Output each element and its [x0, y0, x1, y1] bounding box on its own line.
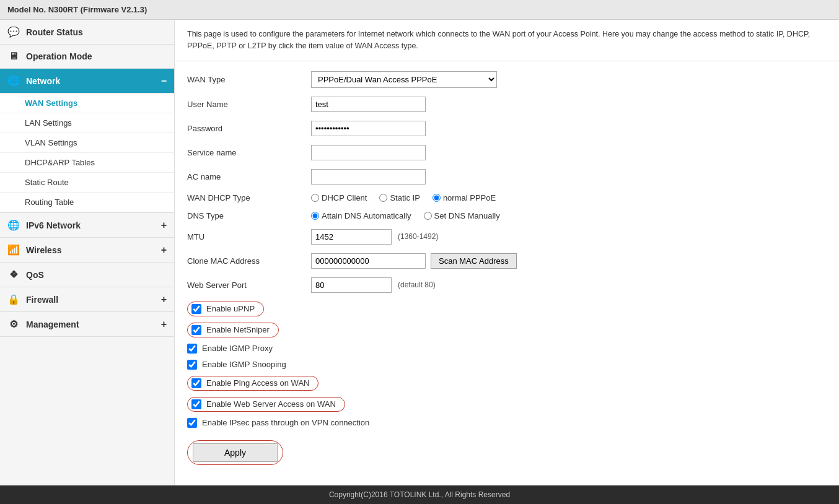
attain-dns-radio-label[interactable]: Attain DNS Automatically: [311, 211, 411, 220]
router-status-icon: 💬: [7, 26, 20, 38]
web-port-inputs: (default 80): [311, 277, 436, 293]
wan-type-select[interactable]: PPPoE/Dual Wan Access PPPoE Static IP DH…: [311, 71, 497, 88]
dhcp-client-radio-label[interactable]: DHCP Client: [311, 193, 367, 202]
network-expand-icon: −: [161, 76, 167, 87]
ipsec-checkbox[interactable]: [187, 418, 197, 428]
footer-text: Copyright(C)2016 TOTOLINK Ltd., All Righ…: [329, 490, 510, 499]
dhcp-client-radio[interactable]: [311, 194, 319, 202]
set-dns-radio[interactable]: [424, 212, 432, 220]
sidebar-item-ipv6[interactable]: 🌐 IPv6 Network +: [0, 213, 174, 238]
sidebar-label-network: Network: [26, 76, 60, 86]
lan-settings-label: LAN Settings: [25, 118, 72, 128]
normal-pppoe-radio-text: normal PPPoE: [443, 193, 496, 202]
normal-pppoe-radio-label[interactable]: normal PPPoE: [433, 193, 496, 202]
apply-button[interactable]: Apply: [193, 443, 278, 462]
sidebar-item-qos[interactable]: ❖ QoS: [0, 263, 174, 287]
sidebar-sub-network: WAN Settings LAN Settings VLAN Settings …: [0, 93, 174, 213]
attain-dns-radio[interactable]: [311, 212, 319, 220]
username-input[interactable]: [311, 97, 426, 112]
sidebar-sub-item-dhcp-arp[interactable]: DHCP&ARP Tables: [0, 153, 174, 173]
wan-settings-label: WAN Settings: [25, 98, 77, 108]
ipv6-icon: 🌐: [7, 219, 20, 231]
netsniper-checkbox[interactable]: [191, 325, 201, 335]
igmp-snooping-checkbox[interactable]: [187, 360, 197, 370]
ac-name-input[interactable]: [311, 169, 426, 185]
sidebar-sub-item-wan-settings[interactable]: WAN Settings: [0, 93, 174, 113]
netsniper-label: Enable NetSniper: [206, 325, 270, 334]
username-row: User Name: [187, 97, 827, 112]
mtu-input[interactable]: [311, 229, 392, 245]
ping-wan-checkbox[interactable]: [191, 378, 201, 388]
web-server-port-label: Web Server Port: [187, 280, 311, 290]
upnp-checkbox[interactable]: [191, 304, 201, 314]
username-label: User Name: [187, 100, 311, 109]
apply-btn-wrapper: Apply: [187, 440, 827, 465]
routing-table-label: Routing Table: [25, 198, 74, 207]
checkbox-row-web-wan: Enable Web Server Access on WAN: [187, 397, 827, 412]
description-box: This page is used to configure the param…: [175, 20, 839, 61]
sidebar-item-management[interactable]: ⚙ Management +: [0, 312, 174, 337]
sidebar-sub-item-vlan-settings[interactable]: VLAN Settings: [0, 133, 174, 153]
dns-radio-group: Attain DNS Automatically Set DNS Manuall…: [311, 211, 500, 220]
model-title: Model No. N300RT (Firmware V2.1.3): [7, 5, 147, 14]
web-wan-checkbox[interactable]: [191, 399, 201, 409]
sidebar-label-wireless: Wireless: [26, 245, 61, 255]
wireless-icon: 📶: [7, 244, 20, 256]
service-name-label: Service name: [187, 148, 311, 157]
sidebar-sub-item-lan-settings[interactable]: LAN Settings: [0, 113, 174, 133]
dns-type-label: DNS Type: [187, 211, 311, 220]
sidebar-item-network[interactable]: 🌐 Network −: [0, 69, 174, 93]
static-ip-radio-text: Static IP: [390, 193, 420, 202]
mtu-hint: (1360-1492): [398, 232, 438, 241]
sidebar-sub-item-routing-table[interactable]: Routing Table: [0, 193, 174, 212]
wan-type-label: WAN Type: [187, 75, 311, 84]
ipsec-label: Enable IPsec pass through on VPN connect…: [202, 418, 369, 427]
set-dns-radio-label[interactable]: Set DNS Manually: [424, 211, 500, 220]
dhcp-client-radio-text: DHCP Client: [322, 193, 367, 202]
password-row: Password: [187, 121, 827, 136]
static-ip-radio[interactable]: [379, 194, 387, 202]
checkbox-group: Enable uPNP Enable NetSniper Enable IGMP…: [187, 302, 827, 428]
description-text: This page is used to configure the param…: [187, 30, 810, 50]
clone-mac-input[interactable]: [311, 253, 426, 269]
static-ip-radio-label[interactable]: Static IP: [379, 193, 420, 202]
mtu-label: MTU: [187, 232, 311, 241]
operation-mode-icon: 🖥: [7, 51, 20, 62]
content-area: This page is used to configure the param…: [175, 20, 839, 485]
checkbox-row-igmp-snooping: Enable IGMP Snooping: [187, 360, 827, 370]
sidebar-item-operation-mode[interactable]: 🖥 Operation Mode: [0, 45, 174, 69]
clone-mac-label: Clone MAC Address: [187, 256, 311, 266]
scan-mac-button[interactable]: Scan MAC Address: [431, 253, 517, 269]
igmp-proxy-label: Enable IGMP Proxy: [202, 344, 273, 353]
sidebar-sub-item-static-route[interactable]: Static Route: [0, 173, 174, 193]
web-server-port-row: Web Server Port (default 80): [187, 277, 827, 293]
mtu-inputs: (1360-1492): [311, 229, 438, 245]
normal-pppoe-radio[interactable]: [433, 194, 441, 202]
set-dns-radio-text: Set DNS Manually: [434, 211, 500, 220]
attain-dns-radio-text: Attain DNS Automatically: [322, 211, 411, 220]
sidebar: 💬 Router Status 🖥 Operation Mode 🌐 Netwo…: [0, 20, 175, 485]
top-bar: Model No. N300RT (Firmware V2.1.3): [0, 0, 839, 20]
password-input[interactable]: [311, 121, 426, 136]
clone-mac-inputs: Scan MAC Address: [311, 253, 517, 269]
wan-type-row: WAN Type PPPoE/Dual Wan Access PPPoE Sta…: [187, 71, 827, 88]
network-icon: 🌐: [7, 75, 20, 87]
ac-name-label: AC name: [187, 172, 311, 181]
form-area: WAN Type PPPoE/Dual Wan Access PPPoE Sta…: [175, 61, 839, 486]
sidebar-item-wireless[interactable]: 📶 Wireless +: [0, 238, 174, 263]
web-port-hint: (default 80): [398, 280, 436, 289]
web-server-port-input[interactable]: [311, 277, 392, 293]
sidebar-item-router-status[interactable]: 💬 Router Status: [0, 20, 174, 45]
service-name-input[interactable]: [311, 145, 426, 160]
checkbox-row-upnp: Enable uPNP: [187, 302, 827, 316]
mtu-row: MTU (1360-1492): [187, 229, 827, 245]
sidebar-item-firewall[interactable]: 🔒 Firewall +: [0, 287, 174, 312]
igmp-proxy-checkbox[interactable]: [187, 344, 197, 354]
sidebar-label-firewall: Firewall: [26, 295, 58, 305]
service-name-row: Service name: [187, 145, 827, 160]
sidebar-label-management: Management: [26, 319, 79, 329]
clone-mac-row: Clone MAC Address Scan MAC Address: [187, 253, 827, 269]
checkbox-row-igmp-proxy: Enable IGMP Proxy: [187, 344, 827, 354]
firewall-icon: 🔒: [7, 293, 20, 305]
sidebar-label-operation-mode: Operation Mode: [26, 51, 92, 61]
